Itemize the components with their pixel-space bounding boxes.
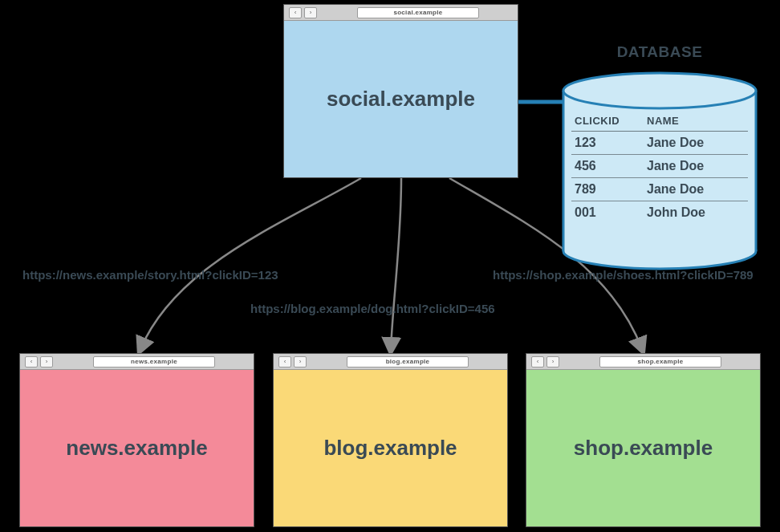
window-social: ‹ › social.example social.example <box>283 4 518 178</box>
database-title: DATABASE <box>560 43 759 61</box>
cell-name: Jane Doe <box>647 159 745 173</box>
cell-clickid: 789 <box>575 182 647 197</box>
address-bar[interactable]: shop.example <box>599 356 721 368</box>
table-row: 789 Jane Doe <box>571 178 748 201</box>
window-blog: ‹ › blog.example blog.example <box>273 353 508 527</box>
arrow-blog <box>391 178 401 349</box>
forward-button[interactable]: › <box>40 356 53 368</box>
address-bar[interactable]: news.example <box>93 356 215 368</box>
window-label: news.example <box>66 436 207 461</box>
cell-clickid: 456 <box>575 159 647 173</box>
address-bar[interactable]: blog.example <box>347 356 469 368</box>
window-label: blog.example <box>323 436 457 461</box>
titlebar: ‹ › shop.example <box>526 354 760 370</box>
window-news: ‹ › news.example news.example <box>19 353 254 527</box>
forward-button[interactable]: › <box>294 356 307 368</box>
table-row: 001 John Doe <box>571 201 748 224</box>
header-clickid: CLICKID <box>575 115 647 127</box>
window-label: social.example <box>327 87 475 112</box>
cell-clickid: 123 <box>575 136 647 150</box>
address-bar[interactable]: social.example <box>357 7 479 18</box>
forward-button[interactable]: › <box>304 7 317 18</box>
back-button[interactable]: ‹ <box>25 356 38 368</box>
table-header: CLICKID NAME <box>571 111 748 132</box>
window-label: shop.example <box>574 436 713 461</box>
back-button[interactable]: ‹ <box>289 7 302 18</box>
database-table: CLICKID NAME 123 Jane Doe 456 Jane Doe 7… <box>571 111 748 224</box>
cell-name: Jane Doe <box>647 182 745 197</box>
forward-button[interactable]: › <box>546 356 559 368</box>
url-label-shop: https://shop.example/shoes.html?clickID=… <box>493 268 754 282</box>
window-shop: ‹ › shop.example shop.example <box>526 353 761 527</box>
table-row: 123 Jane Doe <box>571 132 748 155</box>
cell-name: John Doe <box>647 205 745 220</box>
url-label-blog: https://blog.example/dog.html?clickID=45… <box>250 302 495 315</box>
table-row: 456 Jane Doe <box>571 155 748 178</box>
cell-clickid: 001 <box>575 205 647 220</box>
back-button[interactable]: ‹ <box>531 356 544 368</box>
titlebar: ‹ › social.example <box>284 5 518 21</box>
url-label-news: https://news.example/story.html?clickID=… <box>22 268 278 282</box>
titlebar: ‹ › news.example <box>20 354 254 370</box>
back-button[interactable]: ‹ <box>278 356 291 368</box>
arrow-news <box>140 178 361 349</box>
cell-name: Jane Doe <box>647 136 745 150</box>
titlebar: ‹ › blog.example <box>274 354 507 370</box>
header-name: NAME <box>647 115 745 127</box>
svg-point-4 <box>563 73 756 108</box>
